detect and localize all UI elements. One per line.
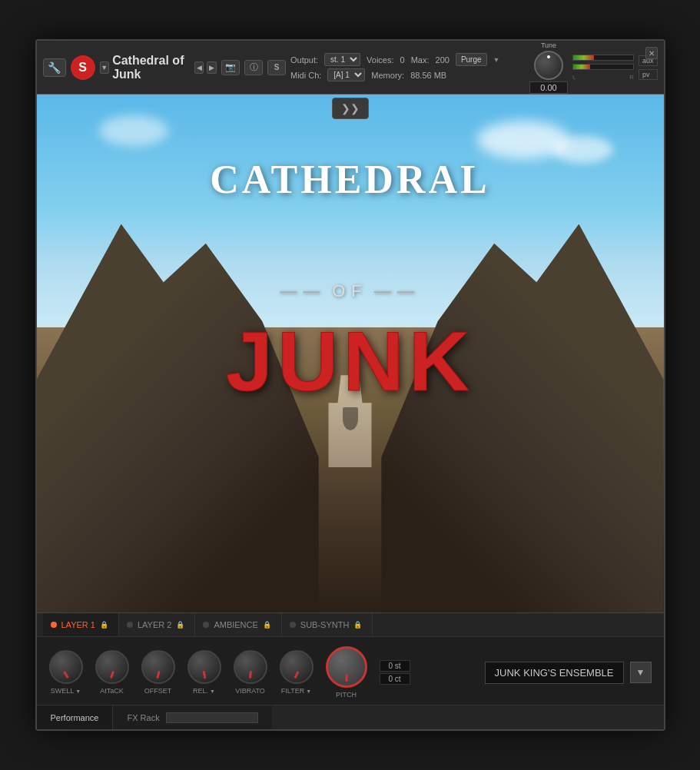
subsynth-tab[interactable]: SUB-SYNTH 🔒 bbox=[282, 613, 373, 636]
subsynth-dot bbox=[290, 622, 296, 628]
filter-dropdown-icon: ▼ bbox=[306, 689, 311, 694]
memory-label: Memory: bbox=[371, 71, 404, 80]
top-controls: Output: st. 1 Voices: 0 Max: 200 Purge ▼… bbox=[290, 53, 525, 81]
attack-knob[interactable] bbox=[95, 650, 129, 684]
knobs-row: SWELL ▼ AtTaCK OFFSET bbox=[37, 637, 664, 705]
tune-value[interactable]: 0.00 bbox=[529, 81, 568, 94]
preset-name: JUNK KING'S ENSEMBLE bbox=[485, 662, 624, 684]
top-bar: 🔧 S ▼ Cathedral of Junk ◀ ▶ 📷 ⓘ S Output… bbox=[37, 41, 664, 95]
tune-knob[interactable] bbox=[534, 51, 563, 80]
meter-l bbox=[572, 55, 634, 61]
vibrato-knob[interactable] bbox=[234, 650, 267, 684]
layer2-tab[interactable]: LAYER 2 🔒 bbox=[119, 613, 195, 636]
layer1-tab[interactable]: LAYER 1 🔒 bbox=[43, 613, 119, 636]
release-label: REL. ▼ bbox=[193, 687, 215, 695]
offset-label: OFFSET bbox=[144, 687, 172, 695]
meter-area: L R bbox=[572, 55, 634, 81]
footer-tabs: Performance FX Rack bbox=[37, 705, 664, 729]
logo-s: S bbox=[71, 55, 95, 80]
title-junk: JUNK bbox=[226, 312, 475, 410]
release-knob[interactable] bbox=[187, 650, 221, 684]
attack-control: AtTaCK bbox=[95, 650, 129, 695]
s-button[interactable]: S bbox=[267, 60, 286, 75]
layer1-label: LAYER 1 bbox=[61, 620, 95, 629]
output-label: Output: bbox=[290, 55, 318, 65]
voices-value: 0 bbox=[400, 55, 405, 65]
collapse-button[interactable]: ❯❯ bbox=[332, 98, 369, 119]
offset-knob[interactable] bbox=[141, 650, 175, 684]
attack-indicator bbox=[109, 671, 114, 679]
cloud-2 bbox=[552, 136, 613, 163]
swell-control: SWELL ▼ bbox=[49, 650, 83, 695]
fx-rack-tab[interactable]: FX Rack bbox=[113, 705, 271, 729]
close-button[interactable]: ✕ bbox=[645, 47, 658, 59]
pitch-control: PITCH bbox=[326, 646, 367, 699]
swell-knob[interactable] bbox=[49, 650, 83, 684]
memory-value: 88.56 MB bbox=[410, 71, 446, 80]
meter-r-label: R bbox=[629, 74, 634, 81]
filter-indicator bbox=[294, 671, 299, 679]
pitch-cent[interactable]: 0 ct bbox=[380, 673, 410, 685]
purge-button[interactable]: Purge bbox=[456, 53, 487, 66]
meter-l-fill bbox=[573, 55, 594, 60]
output-select[interactable]: st. 1 bbox=[324, 53, 360, 66]
title-of: OF bbox=[274, 281, 426, 301]
pv-button[interactable]: pv bbox=[639, 69, 658, 80]
bottom-panel: LAYER 1 🔒 LAYER 2 🔒 AMBIENCE 🔒 SUB-SYNTH… bbox=[37, 612, 664, 729]
hero-image-area: ❯❯ CATHEDRAL OF JUNK bbox=[37, 95, 664, 612]
voices-label: Voices: bbox=[367, 55, 393, 65]
plugin-window: ✕ 🔧 S ▼ Cathedral of Junk ◀ ▶ 📷 ⓘ S Outp… bbox=[35, 39, 665, 731]
midi-label: Midi Ch: bbox=[290, 71, 321, 80]
layer1-lock: 🔒 bbox=[100, 621, 108, 629]
prev-instrument-button[interactable]: ▼ bbox=[100, 61, 110, 74]
pitch-knob[interactable] bbox=[326, 646, 367, 688]
layer-tabs: LAYER 1 🔒 LAYER 2 🔒 AMBIENCE 🔒 SUB-SYNTH… bbox=[37, 612, 664, 637]
offset-control: OFFSET bbox=[141, 650, 175, 695]
vibrato-label: VIBRATO bbox=[235, 687, 265, 695]
preset-dropdown-button[interactable]: ▼ bbox=[630, 662, 652, 683]
knob-indicator bbox=[547, 55, 550, 58]
tune-label: Tune bbox=[541, 41, 556, 49]
wrench-button[interactable]: 🔧 bbox=[43, 58, 66, 77]
attack-label: AtTaCK bbox=[100, 687, 124, 695]
camera-button[interactable]: 📷 bbox=[221, 60, 240, 75]
meter-r bbox=[572, 64, 634, 70]
nav-right-button[interactable]: ▶ bbox=[207, 61, 217, 74]
output-row: Output: st. 1 Voices: 0 Max: 200 Purge ▼ bbox=[290, 53, 525, 66]
filter-knob[interactable] bbox=[280, 650, 314, 684]
filter-label: FILTER ▼ bbox=[281, 687, 311, 695]
preset-area: JUNK KING'S ENSEMBLE ▼ bbox=[485, 662, 652, 684]
subsynth-lock: 🔒 bbox=[353, 621, 361, 629]
pitch-semitone[interactable]: 0 st bbox=[380, 660, 410, 672]
performance-tab[interactable]: Performance bbox=[37, 705, 114, 729]
release-control: REL. ▼ bbox=[187, 650, 221, 695]
fx-progress-bar bbox=[166, 712, 258, 723]
instrument-name-area: ▼ Cathedral of Junk ◀ ▶ bbox=[100, 54, 217, 81]
meter-l-label: L bbox=[572, 74, 576, 81]
max-label: Max: bbox=[411, 55, 430, 65]
pitch-display: 0 st 0 ct bbox=[380, 660, 410, 685]
release-dropdown-icon: ▼ bbox=[210, 689, 215, 694]
offset-indicator bbox=[156, 671, 160, 679]
midi-row: Midi Ch: [A] 1 Memory: 88.56 MB bbox=[290, 68, 525, 81]
ambience-label: AMBIENCE bbox=[214, 620, 257, 629]
midi-select[interactable]: [A] 1 bbox=[327, 68, 365, 81]
vibrato-control: VIBRATO bbox=[234, 650, 267, 695]
cathedral-door bbox=[343, 407, 358, 430]
release-indicator bbox=[202, 671, 206, 679]
ambience-lock: 🔒 bbox=[263, 621, 270, 629]
ambience-dot bbox=[203, 622, 209, 628]
layer1-dot bbox=[51, 622, 57, 628]
layer2-lock: 🔒 bbox=[176, 621, 184, 629]
meter-r-fill bbox=[573, 65, 590, 69]
filter-control: FILTER ▼ bbox=[280, 650, 314, 695]
ambience-tab[interactable]: AMBIENCE 🔒 bbox=[195, 613, 281, 636]
tune-area: Tune 0.00 bbox=[529, 41, 568, 94]
subsynth-label: SUB-SYNTH bbox=[300, 620, 350, 629]
pitch-label: PITCH bbox=[336, 691, 357, 699]
info-button[interactable]: ⓘ bbox=[244, 60, 263, 75]
nav-left-button[interactable]: ◀ bbox=[194, 61, 204, 74]
instrument-name: Cathedral of Junk bbox=[112, 54, 191, 81]
cloud-3 bbox=[99, 115, 168, 146]
layer2-dot bbox=[127, 622, 133, 628]
